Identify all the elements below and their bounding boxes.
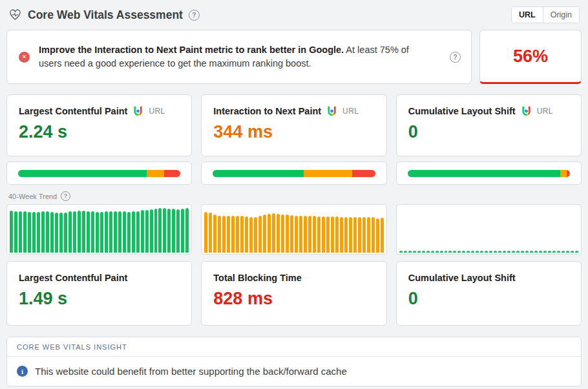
metric-value: 1.49 s bbox=[19, 289, 180, 309]
trend-label-text: 40-Week Trend bbox=[8, 193, 57, 200]
alert-text-bold: Improve the Interaction to Next Paint me… bbox=[39, 45, 344, 55]
field-metric-card-lcp: Largest Contentful Paint URL 2.24 s bbox=[6, 94, 192, 156]
heart-pulse-icon bbox=[8, 8, 22, 21]
field-metric-card-cls: Cumulative Layout Shift URL 0 bbox=[396, 94, 582, 156]
metric-value: 344 ms bbox=[213, 122, 374, 142]
header: Core Web Vitals Assessment ? URL Origin bbox=[6, 0, 582, 30]
alert-card: ✕ Improve the Interaction to Next Paint … bbox=[6, 30, 472, 84]
distribution-bar bbox=[408, 170, 570, 177]
trend-chart-tbt bbox=[201, 204, 386, 255]
trend-chart-lcp bbox=[6, 204, 192, 255]
error-icon: ✕ bbox=[19, 52, 30, 63]
field-metric-card-inp: Interaction to Next Paint URL 344 ms bbox=[201, 94, 386, 156]
help-icon[interactable]: ? bbox=[189, 10, 200, 21]
metric-scope-badge: URL bbox=[342, 107, 359, 116]
score-card: 56% bbox=[479, 30, 582, 84]
crux-logo-icon bbox=[521, 106, 532, 116]
metric-label: Largest Contentful Paint bbox=[19, 106, 127, 116]
help-icon[interactable]: ? bbox=[450, 52, 461, 63]
trend-chart-cls bbox=[396, 204, 582, 255]
metric-label: Interaction to Next Paint bbox=[213, 106, 321, 116]
distribution-bar bbox=[213, 170, 375, 177]
score-value: 56% bbox=[513, 47, 548, 67]
crux-logo-icon bbox=[132, 106, 143, 116]
crux-logo-icon bbox=[326, 106, 337, 116]
metric-value: 2.24 s bbox=[19, 122, 180, 142]
toggle-url-button[interactable]: URL bbox=[512, 7, 543, 23]
info-icon: i bbox=[17, 366, 28, 377]
metric-scope-badge: URL bbox=[149, 107, 165, 116]
help-icon[interactable]: ? bbox=[61, 191, 70, 201]
distribution-card-lcp bbox=[6, 162, 192, 185]
toggle-origin-button[interactable]: Origin bbox=[543, 7, 579, 23]
metric-label: Total Blocking Time bbox=[213, 273, 301, 283]
metric-value: 0 bbox=[408, 122, 569, 142]
distribution-card-cls bbox=[396, 162, 582, 185]
insight-header: CORE WEB VITALS INSIGHT bbox=[7, 337, 581, 357]
metric-scope-badge: URL bbox=[537, 107, 553, 116]
distribution-card-inp bbox=[201, 162, 386, 185]
trend-label: 40-Week Trend ? bbox=[8, 191, 582, 201]
url-origin-toggle: URL Origin bbox=[511, 6, 580, 23]
metric-label: Cumulative Layout Shift bbox=[408, 106, 516, 116]
alert-text: Improve the Interaction to Next Paint me… bbox=[39, 43, 417, 70]
metric-value: 828 ms bbox=[213, 289, 374, 309]
metric-value: 0 bbox=[408, 289, 569, 309]
metric-label: Cumulative Layout Shift bbox=[408, 273, 516, 283]
metric-label: Largest Contentful Paint bbox=[19, 273, 127, 283]
insight-card: CORE WEB VITALS INSIGHT i This website c… bbox=[6, 337, 582, 386]
page-title: Core Web Vitals Assessment bbox=[28, 8, 183, 22]
lab-metric-card-lcp: Largest Contentful Paint 1.49 s bbox=[6, 261, 192, 326]
lab-metric-card-cls: Cumulative Layout Shift 0 bbox=[396, 261, 582, 326]
distribution-bar bbox=[18, 170, 180, 177]
lab-metric-card-tbt: Total Blocking Time 828 ms bbox=[201, 261, 386, 326]
insight-text: This website could benefit from better s… bbox=[35, 366, 347, 377]
